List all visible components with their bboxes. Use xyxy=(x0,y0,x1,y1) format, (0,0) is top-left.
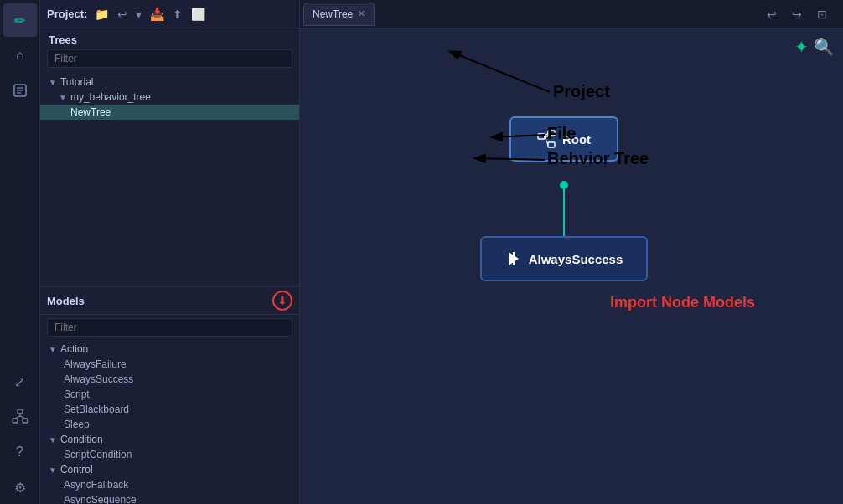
home-icon[interactable]: ⌂ xyxy=(3,39,37,72)
condition-group-label: Condition xyxy=(60,434,103,445)
model-item-alwayssuccess[interactable]: AlwaysSuccess xyxy=(40,372,299,387)
project-label: Project: xyxy=(47,8,87,20)
help-icon[interactable]: ? xyxy=(3,435,37,469)
group-arrow-condition: ▼ xyxy=(49,435,57,445)
models-list: ▼ Action AlwaysFailure AlwaysSuccess Scr… xyxy=(40,340,299,504)
trees-filter-input[interactable] xyxy=(47,49,292,68)
model-item-script[interactable]: Script xyxy=(40,387,299,402)
panel-icon[interactable]: ⬜ xyxy=(189,6,208,23)
icon-bar: ✏ ⌂ ⤢ ? ⚙ xyxy=(0,0,40,504)
svg-line-17 xyxy=(545,136,548,145)
svg-line-9 xyxy=(20,416,25,419)
tab-newtree-label: NewTree xyxy=(313,8,353,20)
search-tool-button[interactable]: 🔍 xyxy=(814,37,835,57)
model-item-alwaysfailure[interactable]: AlwaysFailure xyxy=(40,357,299,372)
model-group-action[interactable]: ▼ Action xyxy=(40,342,299,357)
tab-bar: NewTree ✕ ↩ ↪ ⊡ xyxy=(300,0,843,28)
tab-newtree[interactable]: NewTree ✕ xyxy=(303,3,375,26)
tree-item-tutorial[interactable]: ▼ Tutorial xyxy=(40,75,299,90)
wand-tool-button[interactable]: ✦ xyxy=(794,37,809,57)
group-arrow-control: ▼ xyxy=(49,465,57,475)
minimize-icon[interactable]: ⤢ xyxy=(3,365,37,399)
dropdown-icon[interactable]: ▾ xyxy=(133,6,144,23)
model-item-sleep[interactable]: Sleep xyxy=(40,417,299,432)
undo-tab-button[interactable]: ↩ xyxy=(761,3,783,25)
svg-rect-14 xyxy=(548,131,555,136)
root-node[interactable]: Root xyxy=(509,116,618,162)
canvas-tools: ✦ 🔍 xyxy=(794,37,835,57)
always-success-label: AlwaysSuccess xyxy=(529,252,623,266)
import-annotation: Import Node Models xyxy=(610,294,755,311)
tab-close-button[interactable]: ✕ xyxy=(358,8,365,19)
trees-section: Trees ▼ Tutorial ▼ my_behavior_tree NewT… xyxy=(40,28,299,286)
svg-rect-13 xyxy=(538,134,545,139)
svg-line-21 xyxy=(451,52,550,92)
models-title: Models xyxy=(47,295,85,307)
project-header: Project: 📁 ↩ ▾ 📥 ⬆ ⬜ xyxy=(40,0,299,28)
layout-button[interactable]: ⊡ xyxy=(811,3,833,25)
model-item-asyncfallback[interactable]: AsyncFallback xyxy=(40,477,299,492)
svg-line-8 xyxy=(15,416,20,419)
import-icon[interactable]: 📥 xyxy=(147,6,167,23)
tree-content: ▼ Tutorial ▼ my_behavior_tree NewTree xyxy=(40,73,299,286)
canvas[interactable]: Root AlwaysSuccess ✦ 🔍 Project File xyxy=(300,28,843,504)
main-area: NewTree ✕ ↩ ↪ ⊡ xyxy=(300,0,843,504)
nodes-icon[interactable] xyxy=(3,400,37,434)
svg-rect-15 xyxy=(548,142,555,147)
svg-point-11 xyxy=(560,181,568,189)
tree-item-my-behavior-tree[interactable]: ▼ my_behavior_tree xyxy=(40,90,299,105)
group-arrow-action: ▼ xyxy=(49,345,57,354)
model-group-condition[interactable]: ▼ Condition xyxy=(40,432,299,447)
upload-icon[interactable]: ⬆ xyxy=(170,6,185,23)
model-item-setblackboard[interactable]: SetBlackboard xyxy=(40,402,299,417)
svg-rect-4 xyxy=(18,409,23,414)
model-item-asyncsequence[interactable]: AsyncSequence xyxy=(40,492,299,504)
expand-arrow: ▼ xyxy=(59,93,67,102)
project-annotation: Project xyxy=(553,82,610,100)
always-success-node[interactable]: AlwaysSuccess xyxy=(480,236,648,281)
tab-actions: ↩ ↪ ⊡ xyxy=(761,3,840,25)
control-group-label: Control xyxy=(60,464,93,476)
open-folder-icon[interactable]: 📁 xyxy=(92,6,111,23)
models-filter-input[interactable] xyxy=(47,318,292,337)
trees-title: Trees xyxy=(40,28,299,49)
undo-icon[interactable]: ↩ xyxy=(115,6,130,23)
my-behavior-tree-label: my_behavior_tree xyxy=(70,91,151,103)
tree-item-newtree[interactable]: NewTree xyxy=(40,105,299,120)
svg-rect-6 xyxy=(23,419,28,423)
model-group-control[interactable]: ▼ Control xyxy=(40,462,299,477)
import-models-button[interactable]: ⬇ xyxy=(272,291,292,311)
redo-tab-button[interactable]: ↪ xyxy=(786,3,808,25)
left-panel: Project: 📁 ↩ ▾ 📥 ⬆ ⬜ Trees ▼ Tutorial ▼ … xyxy=(40,0,300,504)
svg-rect-5 xyxy=(13,419,18,423)
model-item-scriptcondition[interactable]: ScriptCondition xyxy=(40,447,299,462)
edit-icon[interactable]: ✏ xyxy=(3,3,37,37)
root-node-icon xyxy=(537,130,556,148)
action-group-label: Action xyxy=(60,343,88,355)
newtree-label: NewTree xyxy=(70,106,111,118)
tutorial-label: Tutorial xyxy=(60,76,94,88)
log-icon[interactable] xyxy=(3,74,37,107)
always-success-icon xyxy=(505,250,522,267)
root-node-label: Root xyxy=(562,132,591,147)
models-section: Models ⬇ ▼ Action AlwaysFailure AlwaysSu… xyxy=(40,286,299,504)
settings-icon[interactable]: ⚙ xyxy=(3,471,37,504)
models-header: Models ⬇ xyxy=(40,287,299,315)
expand-arrow: ▼ xyxy=(49,78,57,87)
